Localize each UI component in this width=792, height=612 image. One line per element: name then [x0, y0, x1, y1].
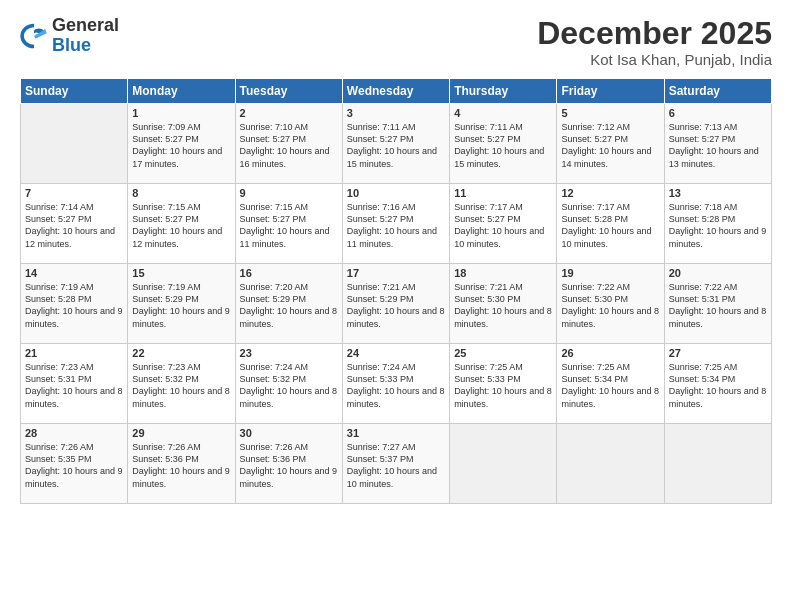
day-info: Sunrise: 7:15 AMSunset: 5:27 PMDaylight:…	[132, 201, 230, 250]
day-info: Sunrise: 7:25 AMSunset: 5:34 PMDaylight:…	[669, 361, 767, 410]
month-title: December 2025	[537, 16, 772, 51]
page-container: General Blue December 2025 Kot Isa Khan,…	[0, 0, 792, 612]
day-number: 26	[561, 347, 659, 359]
day-info: Sunrise: 7:23 AMSunset: 5:31 PMDaylight:…	[25, 361, 123, 410]
day-info: Sunrise: 7:21 AMSunset: 5:29 PMDaylight:…	[347, 281, 445, 330]
calendar-cell: 15 Sunrise: 7:19 AMSunset: 5:29 PMDaylig…	[128, 264, 235, 344]
header-friday: Friday	[557, 79, 664, 104]
header-tuesday: Tuesday	[235, 79, 342, 104]
day-number: 17	[347, 267, 445, 279]
day-info: Sunrise: 7:23 AMSunset: 5:32 PMDaylight:…	[132, 361, 230, 410]
day-info: Sunrise: 7:10 AMSunset: 5:27 PMDaylight:…	[240, 121, 338, 170]
day-info: Sunrise: 7:18 AMSunset: 5:28 PMDaylight:…	[669, 201, 767, 250]
day-number: 12	[561, 187, 659, 199]
day-number: 22	[132, 347, 230, 359]
day-number: 1	[132, 107, 230, 119]
calendar-cell: 2 Sunrise: 7:10 AMSunset: 5:27 PMDayligh…	[235, 104, 342, 184]
day-info: Sunrise: 7:14 AMSunset: 5:27 PMDaylight:…	[25, 201, 123, 250]
logo-icon	[20, 22, 48, 50]
header-wednesday: Wednesday	[342, 79, 449, 104]
day-number: 11	[454, 187, 552, 199]
calendar-cell: 30 Sunrise: 7:26 AMSunset: 5:36 PMDaylig…	[235, 424, 342, 504]
day-number: 16	[240, 267, 338, 279]
day-number: 20	[669, 267, 767, 279]
calendar-cell: 6 Sunrise: 7:13 AMSunset: 5:27 PMDayligh…	[664, 104, 771, 184]
day-info: Sunrise: 7:16 AMSunset: 5:27 PMDaylight:…	[347, 201, 445, 250]
calendar-cell: 12 Sunrise: 7:17 AMSunset: 5:28 PMDaylig…	[557, 184, 664, 264]
calendar-cell: 31 Sunrise: 7:27 AMSunset: 5:37 PMDaylig…	[342, 424, 449, 504]
calendar-cell: 3 Sunrise: 7:11 AMSunset: 5:27 PMDayligh…	[342, 104, 449, 184]
calendar-cell: 26 Sunrise: 7:25 AMSunset: 5:34 PMDaylig…	[557, 344, 664, 424]
header-thursday: Thursday	[450, 79, 557, 104]
calendar-cell: 20 Sunrise: 7:22 AMSunset: 5:31 PMDaylig…	[664, 264, 771, 344]
day-info: Sunrise: 7:11 AMSunset: 5:27 PMDaylight:…	[454, 121, 552, 170]
day-info: Sunrise: 7:21 AMSunset: 5:30 PMDaylight:…	[454, 281, 552, 330]
day-info: Sunrise: 7:24 AMSunset: 5:33 PMDaylight:…	[347, 361, 445, 410]
calendar-cell: 4 Sunrise: 7:11 AMSunset: 5:27 PMDayligh…	[450, 104, 557, 184]
page-header: General Blue December 2025 Kot Isa Khan,…	[20, 16, 772, 68]
day-number: 6	[669, 107, 767, 119]
title-block: December 2025 Kot Isa Khan, Punjab, Indi…	[537, 16, 772, 68]
calendar-table: Sunday Monday Tuesday Wednesday Thursday…	[20, 78, 772, 504]
day-info: Sunrise: 7:20 AMSunset: 5:29 PMDaylight:…	[240, 281, 338, 330]
calendar-cell: 7 Sunrise: 7:14 AMSunset: 5:27 PMDayligh…	[21, 184, 128, 264]
logo-blue: Blue	[52, 35, 91, 55]
day-number: 3	[347, 107, 445, 119]
day-info: Sunrise: 7:11 AMSunset: 5:27 PMDaylight:…	[347, 121, 445, 170]
calendar-week-1: 1 Sunrise: 7:09 AMSunset: 5:27 PMDayligh…	[21, 104, 772, 184]
calendar-cell: 13 Sunrise: 7:18 AMSunset: 5:28 PMDaylig…	[664, 184, 771, 264]
day-info: Sunrise: 7:17 AMSunset: 5:28 PMDaylight:…	[561, 201, 659, 250]
calendar-week-3: 14 Sunrise: 7:19 AMSunset: 5:28 PMDaylig…	[21, 264, 772, 344]
day-number: 15	[132, 267, 230, 279]
day-info: Sunrise: 7:26 AMSunset: 5:35 PMDaylight:…	[25, 441, 123, 490]
calendar-cell	[21, 104, 128, 184]
day-number: 24	[347, 347, 445, 359]
day-info: Sunrise: 7:26 AMSunset: 5:36 PMDaylight:…	[240, 441, 338, 490]
day-number: 4	[454, 107, 552, 119]
day-number: 13	[669, 187, 767, 199]
day-info: Sunrise: 7:09 AMSunset: 5:27 PMDaylight:…	[132, 121, 230, 170]
calendar-cell: 19 Sunrise: 7:22 AMSunset: 5:30 PMDaylig…	[557, 264, 664, 344]
day-info: Sunrise: 7:27 AMSunset: 5:37 PMDaylight:…	[347, 441, 445, 490]
day-number: 28	[25, 427, 123, 439]
day-number: 14	[25, 267, 123, 279]
day-info: Sunrise: 7:25 AMSunset: 5:33 PMDaylight:…	[454, 361, 552, 410]
calendar-cell: 27 Sunrise: 7:25 AMSunset: 5:34 PMDaylig…	[664, 344, 771, 424]
day-info: Sunrise: 7:13 AMSunset: 5:27 PMDaylight:…	[669, 121, 767, 170]
day-number: 7	[25, 187, 123, 199]
day-info: Sunrise: 7:24 AMSunset: 5:32 PMDaylight:…	[240, 361, 338, 410]
calendar-cell: 1 Sunrise: 7:09 AMSunset: 5:27 PMDayligh…	[128, 104, 235, 184]
header-sunday: Sunday	[21, 79, 128, 104]
day-number: 31	[347, 427, 445, 439]
calendar-week-5: 28 Sunrise: 7:26 AMSunset: 5:35 PMDaylig…	[21, 424, 772, 504]
day-info: Sunrise: 7:15 AMSunset: 5:27 PMDaylight:…	[240, 201, 338, 250]
day-info: Sunrise: 7:22 AMSunset: 5:30 PMDaylight:…	[561, 281, 659, 330]
calendar-cell: 8 Sunrise: 7:15 AMSunset: 5:27 PMDayligh…	[128, 184, 235, 264]
day-info: Sunrise: 7:17 AMSunset: 5:27 PMDaylight:…	[454, 201, 552, 250]
logo: General Blue	[20, 16, 119, 56]
day-number: 8	[132, 187, 230, 199]
calendar-cell: 18 Sunrise: 7:21 AMSunset: 5:30 PMDaylig…	[450, 264, 557, 344]
day-info: Sunrise: 7:22 AMSunset: 5:31 PMDaylight:…	[669, 281, 767, 330]
calendar-cell: 29 Sunrise: 7:26 AMSunset: 5:36 PMDaylig…	[128, 424, 235, 504]
day-number: 18	[454, 267, 552, 279]
day-info: Sunrise: 7:19 AMSunset: 5:28 PMDaylight:…	[25, 281, 123, 330]
day-info: Sunrise: 7:26 AMSunset: 5:36 PMDaylight:…	[132, 441, 230, 490]
day-info: Sunrise: 7:12 AMSunset: 5:27 PMDaylight:…	[561, 121, 659, 170]
calendar-cell: 22 Sunrise: 7:23 AMSunset: 5:32 PMDaylig…	[128, 344, 235, 424]
calendar-cell: 5 Sunrise: 7:12 AMSunset: 5:27 PMDayligh…	[557, 104, 664, 184]
header-monday: Monday	[128, 79, 235, 104]
calendar-cell	[557, 424, 664, 504]
calendar-cell: 16 Sunrise: 7:20 AMSunset: 5:29 PMDaylig…	[235, 264, 342, 344]
logo-text: General Blue	[52, 16, 119, 56]
calendar-week-4: 21 Sunrise: 7:23 AMSunset: 5:31 PMDaylig…	[21, 344, 772, 424]
location: Kot Isa Khan, Punjab, India	[537, 51, 772, 68]
day-number: 9	[240, 187, 338, 199]
day-info: Sunrise: 7:25 AMSunset: 5:34 PMDaylight:…	[561, 361, 659, 410]
day-number: 25	[454, 347, 552, 359]
day-number: 30	[240, 427, 338, 439]
calendar-cell: 10 Sunrise: 7:16 AMSunset: 5:27 PMDaylig…	[342, 184, 449, 264]
logo-general: General	[52, 15, 119, 35]
calendar-cell: 11 Sunrise: 7:17 AMSunset: 5:27 PMDaylig…	[450, 184, 557, 264]
day-number: 2	[240, 107, 338, 119]
